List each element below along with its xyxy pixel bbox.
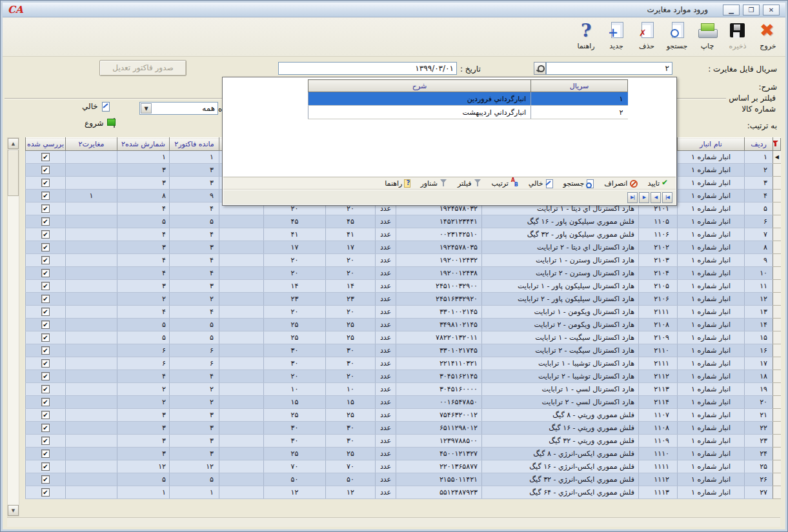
table-row[interactable]: ۲۰انبار شماره ۱۲۱۱۴هارد اکسترنال لسي - ۲…: [26, 396, 781, 409]
grid-horizontal-scroll-area[interactable]: [7, 517, 780, 527]
date-input[interactable]: [278, 62, 457, 75]
nav-next-button[interactable]: ▶: [639, 192, 649, 203]
cell-barresi[interactable]: ✔: [26, 473, 66, 486]
popup-cell-serial[interactable]: ۲: [531, 106, 628, 119]
table-row[interactable]: ۱۸انبار شماره ۱۲۱۱۲هارد اکسترنال توشيبا …: [26, 370, 781, 383]
item-filter-combobox[interactable]: همه ▼: [139, 102, 218, 115]
table-row[interactable]: ۱۳انبار شماره ۱۲۱۱۱هارد اکسترنال ويکومن …: [26, 306, 781, 319]
cell-barresi[interactable]: ✔: [26, 306, 66, 319]
cell-barresi[interactable]: ✔: [26, 448, 66, 460]
popup-button-confirm[interactable]: تاييد: [647, 179, 670, 188]
popup-column-serial[interactable]: سريال: [531, 80, 628, 92]
cell-barresi[interactable]: ✔: [26, 396, 66, 409]
checked-checkbox[interactable]: ✔: [41, 320, 50, 329]
checked-checkbox[interactable]: ✔: [41, 204, 50, 213]
nav-first-button[interactable]: |◀: [662, 192, 672, 203]
cell-barresi[interactable]: ✔: [26, 241, 66, 254]
checked-checkbox[interactable]: ✔: [41, 282, 50, 290]
checked-checkbox[interactable]: ✔: [41, 308, 50, 316]
toolbar-button-delete[interactable]: حذف: [632, 19, 662, 50]
grid-vertical-scrollbar[interactable]: ▲ ▼: [7, 137, 19, 517]
table-row[interactable]: ۲۵انبار شماره ۱۱۱۱۱فلش مموري ايکس-انرژي …: [26, 460, 781, 473]
nav-last-button[interactable]: ▶|: [627, 192, 638, 203]
popup-list-row[interactable]: ۱انبارگرداني فروردين: [308, 92, 628, 106]
cell-barresi[interactable]: ✔: [26, 357, 66, 370]
toolbar-button-new[interactable]: جديد: [601, 19, 631, 50]
cell-barresi[interactable]: ✔: [26, 215, 66, 228]
cell-barresi[interactable]: ✔: [26, 422, 66, 435]
popup-cell-desc[interactable]: انبارگرداني ارديبهشت: [308, 106, 531, 119]
checked-checkbox[interactable]: ✔: [41, 333, 50, 342]
cell-barresi[interactable]: ✔: [26, 280, 66, 293]
popup-cell-desc[interactable]: انبارگرداني فروردين: [308, 92, 531, 106]
checked-checkbox[interactable]: ✔: [41, 295, 50, 303]
table-row[interactable]: ۱۹انبار شماره ۱۲۱۱۳هارد اکسترنال لسي - ۱…: [26, 383, 781, 396]
serial-lookup-button[interactable]: [534, 62, 546, 75]
checked-checkbox[interactable]: ✔: [41, 424, 50, 432]
toolbar-button-help[interactable]: راهنما: [571, 19, 601, 50]
popup-button-cancel[interactable]: انصراف: [604, 179, 638, 188]
table-row[interactable]: ۲۲انبار شماره ۱۱۱۰۸فلش مموري وريتي - ۱۶ …: [26, 422, 781, 435]
cell-barresi[interactable]: ✔: [26, 409, 66, 422]
cell-barresi[interactable]: ✔: [26, 267, 66, 280]
cell-barresi[interactable]: ✔: [26, 293, 66, 306]
checked-checkbox[interactable]: ✔: [41, 411, 50, 419]
cell-barresi[interactable]: ✔: [26, 190, 66, 202]
checked-checkbox[interactable]: ✔: [41, 230, 50, 239]
popup-list-row[interactable]: ۲انبارگرداني ارديبهشت: [308, 106, 628, 119]
cell-barresi[interactable]: ✔: [26, 331, 66, 344]
checked-checkbox[interactable]: ✔: [41, 449, 50, 458]
popup-button-empty2[interactable]: خالي: [529, 179, 554, 188]
cell-barresi[interactable]: ✔: [26, 164, 66, 177]
checked-checkbox[interactable]: ✔: [41, 385, 50, 393]
cell-barresi[interactable]: ✔: [26, 435, 66, 448]
empty-filter-button[interactable]: خالي: [82, 101, 110, 112]
table-row[interactable]: ۲۶انبار شماره ۱۱۱۱۲فلش مموري ايکس-انرژي …: [26, 473, 781, 486]
chevron-down-icon[interactable]: ▼: [141, 103, 152, 113]
popup-button-float[interactable]: شناور: [420, 179, 448, 188]
table-row[interactable]: ۱۷انبار شماره ۱۲۱۱۱هارد اکسترنال توشيبا …: [26, 357, 781, 370]
checked-checkbox[interactable]: ✔: [41, 192, 50, 200]
checked-checkbox[interactable]: ✔: [41, 166, 50, 174]
issue-adjustment-invoice-button[interactable]: صدور فاکتور تعديل: [99, 60, 187, 76]
table-row[interactable]: ۶انبار شماره ۱۱۱۰۵فلش مموري سيليکون پاور…: [26, 215, 781, 228]
popup-button-help2[interactable]: راهنما: [385, 179, 410, 188]
cell-barresi[interactable]: ✔: [26, 370, 66, 383]
checked-checkbox[interactable]: ✔: [41, 179, 50, 187]
popup-column-desc[interactable]: شرح: [308, 80, 531, 92]
cell-barresi[interactable]: ✔: [26, 254, 66, 267]
grid-header-sel[interactable]: [773, 138, 781, 151]
toolbar-button-print[interactable]: چاپ: [692, 19, 722, 50]
table-row[interactable]: ۱۶انبار شماره ۱۲۱۱۰هارد اکسترنال سيگيت -…: [26, 344, 781, 357]
checked-checkbox[interactable]: ✔: [41, 243, 50, 251]
table-row[interactable]: ۲۱انبار شماره ۱۱۱۰۷فلش مموري وريتي - ۸ گ…: [26, 409, 781, 422]
table-row[interactable]: ۹انبار شماره ۱۲۱۰۳هارد اکسترنال وسترن - …: [26, 254, 781, 267]
serial-file-input[interactable]: [546, 62, 672, 75]
checked-checkbox[interactable]: ✔: [41, 256, 50, 264]
table-row[interactable]: ۲۴انبار شماره ۱۱۱۱۰فلش مموري ايکس-انرژي …: [26, 448, 781, 460]
scroll-up-button[interactable]: ▲: [8, 138, 19, 149]
popup-button-sort[interactable]: ترتيب: [492, 179, 519, 188]
minimize-button[interactable]: ▁: [723, 5, 740, 15]
checked-checkbox[interactable]: ✔: [41, 217, 50, 226]
popup-cell-serial[interactable]: ۱: [531, 92, 628, 106]
cell-barresi[interactable]: ✔: [26, 344, 66, 357]
checked-checkbox[interactable]: ✔: [41, 359, 50, 368]
table-row[interactable]: ۱۵انبار شماره ۱۲۱۰۹هارد اکسترنال سيگيت -…: [26, 331, 781, 344]
checked-checkbox[interactable]: ✔: [41, 269, 50, 277]
cell-barresi[interactable]: ✔: [26, 228, 66, 241]
table-row[interactable]: ۷انبار شماره ۱۱۱۰۶فلش مموري سيليکون پاور…: [26, 228, 781, 241]
checked-checkbox[interactable]: ✔: [41, 153, 50, 161]
maximize-button[interactable]: ❐: [743, 5, 760, 15]
table-row[interactable]: ۲۷انبار شماره ۱۱۱۱۳فلش مموري ايکس-انرژي …: [26, 486, 781, 499]
checked-checkbox[interactable]: ✔: [41, 475, 50, 484]
table-row[interactable]: ۲۳انبار شماره ۱۱۱۰۹فلش مموري وريتي - ۳۲ …: [26, 435, 781, 448]
nav-prev-button[interactable]: ◀: [651, 192, 661, 203]
checked-checkbox[interactable]: ✔: [41, 398, 50, 406]
table-row[interactable]: ۸انبار شماره ۱۲۱۰۲هارد اکسترنال اي ديتا …: [26, 241, 781, 254]
cell-barresi[interactable]: ✔: [26, 202, 66, 215]
toolbar-button-exit[interactable]: خروج: [753, 19, 783, 50]
cell-barresi[interactable]: ✔: [26, 151, 66, 164]
checked-checkbox[interactable]: ✔: [41, 437, 50, 445]
table-row[interactable]: ۱۱انبار شماره ۱۲۱۰۵هارد اکسترنال سيليکون…: [26, 280, 781, 293]
